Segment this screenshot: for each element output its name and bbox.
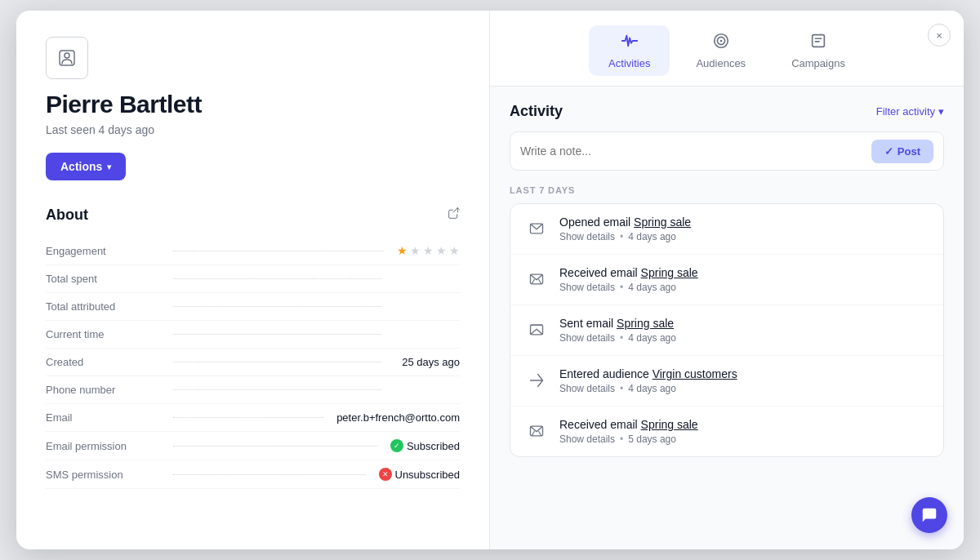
post-button[interactable]: ✓ Post	[871, 140, 933, 163]
edit-icon[interactable]	[447, 207, 460, 224]
star-4: ★	[436, 244, 447, 257]
field-dots	[173, 474, 366, 475]
email-sent-icon	[525, 318, 548, 341]
field-dots	[173, 389, 381, 390]
email-permission-value: Subscribed	[407, 440, 460, 452]
sms-permission-value: Unsubscribed	[395, 469, 461, 481]
activity-meta: Show details • 4 days ago	[559, 282, 929, 293]
star-3: ★	[423, 244, 434, 257]
activity-item: Received email Spring sale Show details …	[510, 407, 943, 456]
svg-rect-5	[813, 35, 825, 47]
field-row-engagement: Engagement ★ ★ ★ ★ ★	[46, 237, 460, 265]
activity-link[interactable]: Spring sale	[617, 317, 674, 330]
section-label-last7days: Last 7 Days	[510, 185, 944, 195]
subscribed-icon: ✓	[390, 439, 403, 452]
activity-item: Entered audience Virgin customers Show d…	[510, 356, 943, 407]
tab-campaigns[interactable]: Campaigns	[772, 25, 865, 76]
right-panel: Activities Audiences	[490, 11, 964, 549]
actions-label: Actions	[60, 160, 102, 173]
note-box: ✓ Post	[510, 131, 944, 171]
field-dots	[173, 306, 381, 307]
dot-separator: •	[620, 383, 623, 394]
activity-link[interactable]: Spring sale	[641, 418, 698, 431]
activity-time: 4 days ago	[628, 282, 676, 293]
chevron-down-icon: ▾	[938, 105, 944, 118]
audience-enter-icon	[525, 369, 548, 392]
field-dots	[173, 278, 381, 279]
about-header: About	[46, 207, 460, 224]
unsubscribed-icon: ✕	[379, 468, 392, 481]
field-label: SMS permission	[46, 469, 160, 481]
left-panel: Pierre Bartlett Last seen 4 days ago Act…	[16, 11, 490, 549]
tab-audiences[interactable]: Audiences	[676, 25, 765, 76]
field-dots	[173, 362, 381, 362]
field-row-email-permission: Email permission ✓ Subscribed	[46, 432, 460, 460]
email-received-icon-2	[525, 420, 548, 442]
activity-item: Sent email Spring sale Show details • 4 …	[510, 305, 943, 356]
email-icon	[525, 217, 548, 240]
field-row-current-time: Current time	[46, 321, 460, 349]
tab-campaigns-label: Campaigns	[791, 57, 845, 69]
tab-activities-label: Activities	[608, 57, 650, 69]
filter-activity-button[interactable]: Filter activity ▾	[876, 105, 944, 118]
svg-point-1	[65, 53, 69, 58]
field-label: Current time	[46, 328, 160, 340]
tab-audiences-label: Audiences	[696, 57, 746, 69]
activity-content: Activity Filter activity ▾ ✓ Post Last 7…	[490, 87, 964, 549]
field-dots	[173, 251, 384, 251]
activity-link[interactable]: Spring sale	[641, 266, 698, 279]
email-permission-badge: ✓ Subscribed	[390, 439, 460, 452]
field-label: Created	[46, 356, 160, 368]
show-details-link[interactable]: Show details	[559, 332, 615, 344]
tabs-bar: Activities Audiences	[490, 11, 964, 87]
field-dots	[173, 446, 377, 447]
field-value-email: peter.b+french@ortto.com	[336, 411, 460, 424]
post-label: Post	[898, 145, 920, 158]
activity-list: Opened email Spring sale Show details • …	[510, 203, 944, 457]
about-title: About	[46, 207, 88, 224]
note-input[interactable]	[520, 144, 865, 158]
activity-time: 4 days ago	[628, 383, 676, 394]
field-row-sms-permission: SMS permission ✕ Unsubscribed	[46, 460, 460, 489]
activity-item: Received email Spring sale Show details …	[510, 255, 943, 305]
activity-body: Opened email Spring sale Show details • …	[559, 216, 929, 242]
svg-point-4	[719, 40, 722, 42]
field-row-email: Email peter.b+french@ortto.com	[46, 404, 460, 432]
last-seen-text: Last seen 4 days ago	[46, 123, 460, 136]
activity-main-text: Entered audience Virgin customers	[559, 367, 929, 380]
actions-button[interactable]: Actions ▾	[46, 153, 126, 180]
filter-activity-label: Filter activity	[876, 105, 935, 118]
field-label: Email	[46, 411, 160, 424]
show-details-link[interactable]: Show details	[559, 383, 615, 394]
activity-link[interactable]: Virgin customers	[653, 367, 737, 380]
avatar	[46, 37, 88, 79]
show-details-link[interactable]: Show details	[559, 231, 615, 242]
star-rating: ★ ★ ★ ★ ★	[397, 244, 460, 257]
dot-separator: •	[620, 231, 623, 242]
activity-header: Activity Filter activity ▾	[510, 103, 944, 120]
activity-main-text: Received email Spring sale	[559, 266, 929, 279]
activity-body: Sent email Spring sale Show details • 4 …	[559, 317, 929, 344]
field-dots	[173, 417, 323, 418]
target-icon	[712, 32, 730, 54]
activity-meta: Show details • 4 days ago	[559, 231, 929, 242]
activity-meta: Show details • 4 days ago	[559, 383, 929, 394]
chat-bubble-button[interactable]	[911, 497, 947, 533]
close-button[interactable]: ×	[928, 24, 951, 47]
sms-permission-badge: ✕ Unsubscribed	[379, 468, 461, 481]
activity-link[interactable]: Spring sale	[634, 216, 691, 229]
field-row-phone: Phone number	[46, 376, 460, 404]
field-label: Total attributed	[46, 300, 160, 313]
about-section: About Engagement ★ ★ ★ ★ ★	[46, 207, 460, 489]
activity-meta: Show details • 5 days ago	[559, 433, 929, 445]
tab-activities[interactable]: Activities	[589, 25, 670, 76]
dot-separator: •	[620, 332, 623, 344]
activity-main-text: Sent email Spring sale	[559, 317, 929, 330]
show-details-link[interactable]: Show details	[559, 433, 615, 445]
activity-main-text: Opened email Spring sale	[559, 216, 929, 229]
field-value-created: 25 days ago	[394, 356, 460, 368]
show-details-link[interactable]: Show details	[559, 282, 615, 293]
person-name: Pierre Bartlett	[46, 91, 460, 118]
field-label: Email permission	[46, 440, 160, 452]
field-label: Total spent	[46, 273, 160, 285]
